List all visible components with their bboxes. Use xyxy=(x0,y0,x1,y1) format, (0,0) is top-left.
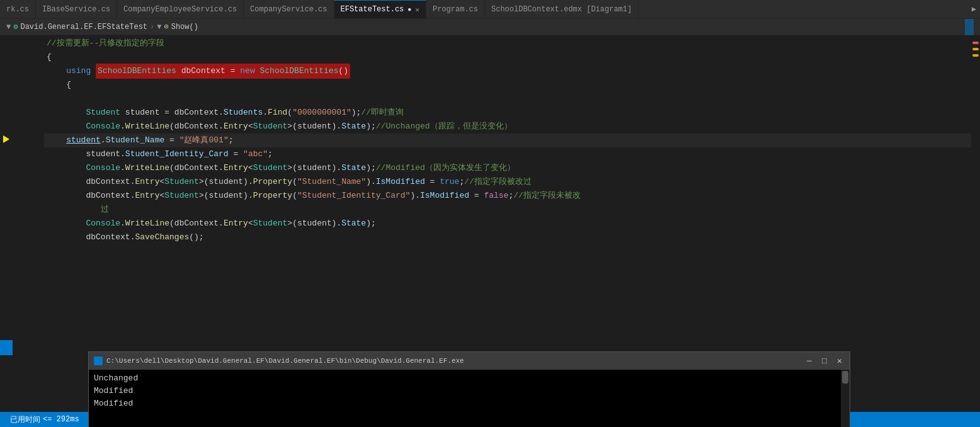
method-entry1: Entry xyxy=(224,120,248,134)
code-line-student-find: Student student = dbContext. Students . … xyxy=(44,106,971,120)
method-savechanges: SaveChanges xyxy=(135,231,189,244)
path-bar: ▼ ⚙ David.General.EF.EFStateTest › ▼ ⊙ S… xyxy=(0,19,980,35)
line-num-1 xyxy=(13,37,39,50)
type-student6: Student xyxy=(253,217,288,231)
bp-16 xyxy=(0,243,13,257)
line-num-18 xyxy=(13,272,39,286)
line-num-7 xyxy=(13,120,39,134)
line-num-2 xyxy=(13,50,39,64)
type-schooldb: SchoolDBEntities xyxy=(98,66,176,76)
bp-22 xyxy=(0,326,13,340)
indent-cont xyxy=(47,203,101,217)
comment-modified: //Modified（因为实体发生了变化） xyxy=(376,161,515,175)
code-line-student-identity: student. Student_Identity_Card = "abc" ; xyxy=(44,147,971,161)
prop-ismodified1: IsModified xyxy=(376,175,425,189)
keyword-false: false xyxy=(484,189,508,203)
bp-15 xyxy=(0,229,13,243)
method-entry2: Entry xyxy=(224,161,248,175)
method-writeline3: WriteLine xyxy=(125,217,169,231)
line-num-16 xyxy=(13,244,39,258)
restore-button[interactable]: □ xyxy=(819,356,829,366)
method-entry5: Entry xyxy=(224,217,248,231)
method-property1: Property xyxy=(253,175,292,189)
tab-label: EFStateTest.cs xyxy=(341,5,404,14)
comment-not-modified: //指定字段未被改 xyxy=(513,189,581,203)
tab-program[interactable]: Program.cs xyxy=(426,0,485,19)
path-dropdown2-icon[interactable]: ▼ xyxy=(157,23,161,31)
code-line-console1: Console . WriteLine (dbContext. Entry < … xyxy=(44,120,971,134)
type-student3: Student xyxy=(253,161,288,175)
line-num-3 xyxy=(13,64,39,78)
error-marker-1 xyxy=(972,42,979,44)
line-num-6 xyxy=(13,106,39,120)
code-line-comment: //按需更新--只修改指定的字段 xyxy=(44,37,971,50)
console-window: C:\Users\dell\Desktop\David.General.EF\D… xyxy=(88,351,850,427)
prop-state3: State xyxy=(341,217,366,231)
console-scroll-thumb xyxy=(842,371,848,384)
keyword-using: using xyxy=(66,64,91,78)
error-marker-2 xyxy=(972,48,979,50)
tab-ibaseservice[interactable]: IBaseService.cs xyxy=(36,0,117,19)
method-entry4: Entry xyxy=(135,189,159,203)
line-num-11 xyxy=(13,175,39,189)
path-dropdown-icon[interactable]: ▼ xyxy=(6,23,11,31)
indent-3d xyxy=(47,147,86,161)
keyword-true: true xyxy=(440,175,459,189)
str-identitycard: "Student_Identity_Card" xyxy=(297,189,410,203)
tab-label: CompanyEmployeeService.cs xyxy=(123,5,237,14)
tab-modified-icon: ● xyxy=(407,6,411,13)
prop-state2: State xyxy=(341,161,366,175)
bp-4 xyxy=(0,77,13,91)
close-button[interactable]: ✕ xyxy=(835,356,845,366)
indent-3i xyxy=(47,231,86,244)
console-title: C:\Users\dell\Desktop\David.General.EF\D… xyxy=(106,357,801,365)
close-icon[interactable]: ✕ xyxy=(415,6,419,14)
line-numbers xyxy=(13,35,44,412)
line-num-4 xyxy=(13,78,39,92)
type-console1: Console xyxy=(86,120,120,134)
console-scrollbar[interactable] xyxy=(841,370,850,427)
indent-3h xyxy=(47,217,86,231)
bp-status xyxy=(0,340,13,355)
right-gutter[interactable] xyxy=(971,35,980,412)
bp-17 xyxy=(0,257,13,271)
method-writeline2: WriteLine xyxy=(125,161,169,175)
type-student5: Student xyxy=(164,189,199,203)
code-line-brace-open: { xyxy=(44,50,971,64)
bp-14 xyxy=(0,215,13,229)
indent-3c xyxy=(47,134,66,147)
code-line-property1: dbContext. Entry < Student >(student). P… xyxy=(44,175,971,189)
console-line-1: Unchanged xyxy=(94,372,845,385)
prop-ismodified2: IsModified xyxy=(420,189,469,203)
line-num-9 xyxy=(13,147,39,161)
tab-label: rk.cs xyxy=(6,5,29,14)
keyword-new: new xyxy=(240,66,254,76)
space1 xyxy=(91,64,96,78)
bp-5 xyxy=(0,91,13,105)
tab-scroll-right[interactable]: ▶ xyxy=(968,0,980,19)
code-line-brace-inner: { xyxy=(44,78,971,92)
breakpoint-gutter xyxy=(0,35,13,412)
tab-schooldbcontext[interactable]: SchoolDBContext.edmx [Diagram1] xyxy=(485,0,639,19)
str-studentname: "Student_Name" xyxy=(297,175,366,189)
using-expression: SchoolDBEntities dbContext = new SchoolD… xyxy=(96,64,350,79)
indent-3b xyxy=(47,120,86,134)
bp-13 xyxy=(0,202,13,215)
tab-companyservice[interactable]: CompanyService.cs xyxy=(244,0,334,19)
indent-2 xyxy=(47,78,66,92)
time-label: 已用时间 xyxy=(10,414,40,425)
indent-1 xyxy=(47,64,66,78)
line-num-15 xyxy=(13,231,39,244)
tab-efstatetest[interactable]: EFStateTest.cs ● ✕ xyxy=(334,0,426,19)
tab-rk[interactable]: rk.cs xyxy=(0,0,36,19)
console-line-3: Modified xyxy=(94,397,845,410)
line-num-19 xyxy=(13,286,39,300)
comment-instant: //即时查询 xyxy=(361,106,404,120)
minimize-button[interactable]: ─ xyxy=(804,356,814,366)
bp-9 xyxy=(0,146,13,160)
line-num-5 xyxy=(13,92,39,106)
tab-companyemployee[interactable]: CompanyEmployeeService.cs xyxy=(117,0,244,19)
bp-7 xyxy=(0,118,13,132)
bp-20 xyxy=(0,299,13,312)
path-method-icon: ⊙ xyxy=(164,22,168,31)
